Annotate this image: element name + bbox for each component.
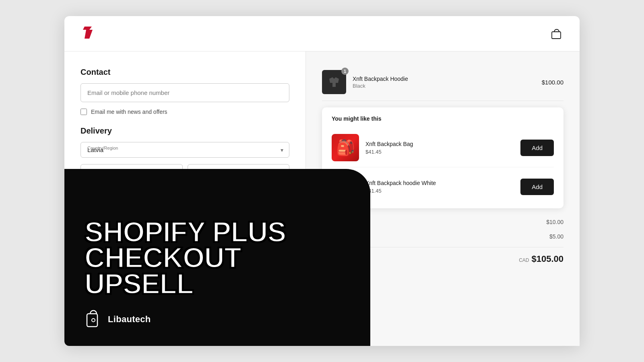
email-input[interactable] — [80, 83, 289, 102]
total-currency: CAD — [519, 257, 529, 263]
product-variant: Black — [353, 83, 535, 89]
promo-overlay: Shopify Plus Checkout Upsell Libautech — [64, 169, 370, 346]
shipping-value: $10.00 — [546, 219, 564, 225]
headline-text: Shopify Plus Checkout Upsell — [85, 219, 350, 297]
upsell-product-info-2: Xnft Backpack hoodie White $41.45 — [365, 180, 514, 194]
svg-rect-0 — [552, 32, 561, 39]
upsell-product-price-1: $41.45 — [365, 149, 514, 155]
country-select-box[interactable]: Country/Region Latvia ▾ — [80, 142, 289, 158]
brand-logo-icon — [85, 309, 102, 330]
checkout-panel: Contact Email me with news and offers De… — [64, 16, 580, 346]
chevron-down-icon: ▾ — [281, 147, 283, 153]
contact-title: Contact — [80, 68, 289, 77]
taxes-value: $5.00 — [549, 233, 564, 240]
cart-icon-button[interactable] — [549, 27, 564, 41]
product-price: $100.00 — [542, 79, 564, 86]
email-news-checkbox[interactable] — [80, 109, 87, 115]
headline-line-1: Shopify Plus — [85, 219, 350, 245]
delivery-title: Delivery — [80, 126, 289, 136]
headline-line-3: Upsell — [85, 271, 350, 297]
brand-footer: Libautech — [85, 309, 350, 330]
total-amount: $105.00 — [531, 254, 564, 264]
headline-line-2: Checkout — [85, 245, 350, 271]
add-upsell-2-button[interactable]: Add — [520, 179, 554, 195]
product-image-wrap: 1 — [322, 70, 346, 94]
product-row: 1 Xnft Backpack Hoodie Black $100.00 — [322, 64, 564, 101]
brand-name-text: Libautech — [108, 314, 151, 325]
svg-point-2 — [92, 319, 95, 322]
total-right: CAD $105.00 — [519, 254, 564, 264]
upsell-product-name-1: Xnft Backpack Bag — [365, 141, 514, 147]
product-quantity-badge: 1 — [341, 68, 349, 75]
upsell-title: You might like this — [332, 115, 554, 122]
upsell-product-info-1: Xnft Backpack Bag $41.45 — [365, 141, 514, 155]
checkout-header — [64, 16, 580, 51]
upsell-product-name-2: Xnft Backpack hoodie White — [365, 180, 514, 186]
add-upsell-1-button[interactable]: Add — [520, 140, 554, 156]
brand-logo — [80, 24, 95, 43]
country-value: Latvia — [87, 146, 283, 153]
email-news-label: Email me with news and offers — [91, 109, 167, 115]
upsell-product-price-2: $41.45 — [365, 188, 514, 194]
email-news-row: Email me with news and offers — [80, 109, 289, 115]
upsell-product-image-1 — [332, 134, 359, 161]
product-info: Xnft Backpack Hoodie Black — [353, 76, 535, 89]
product-name: Xnft Backpack Hoodie — [353, 76, 535, 82]
upsell-item: Xnft Backpack Bag $41.45 Add — [332, 128, 554, 167]
